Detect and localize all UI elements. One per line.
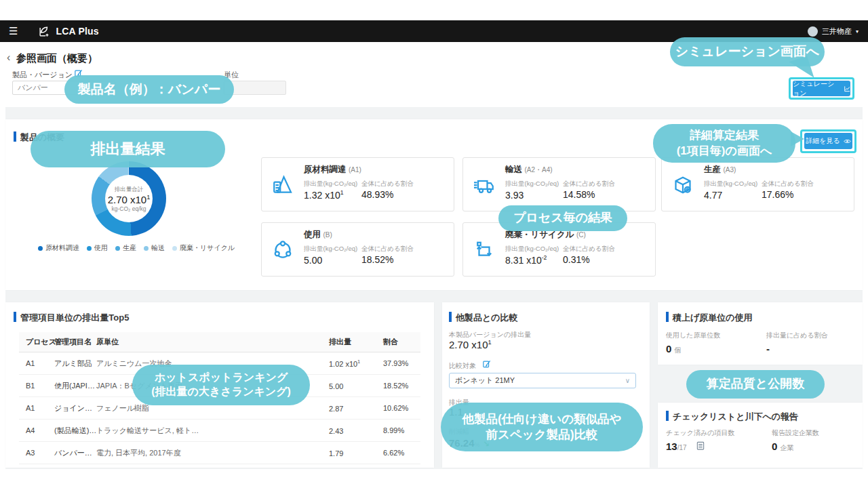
process-card-values: 5.0018.52%: [304, 254, 393, 266]
unit-share-value: -: [766, 343, 770, 354]
donut-center-unit: kg-CO₂ eq/kg: [111, 205, 146, 212]
edit-target-icon[interactable]: [483, 360, 491, 368]
legend-dot: [87, 246, 92, 251]
legend-label: 原材料調達: [45, 243, 79, 253]
section-bar: [14, 312, 16, 322]
process-card-production: 生産 (A3) 排出量(kg-CO₂/eq)全体に占める割合 4.7717.66…: [661, 157, 854, 211]
process-card-labels: 排出量(kg-CO₂/eq)全体に占める割合: [304, 245, 414, 253]
annotation-comparison: 他製品(仕向け違いの類似品や 前スペック製品)比較: [441, 403, 643, 451]
donut-center-label: 排出量合計: [115, 186, 144, 194]
process-card-title: 生産 (A3): [704, 164, 736, 176]
col-process: プロセス: [19, 337, 54, 347]
hamburger-menu-icon[interactable]: ☰: [9, 25, 18, 37]
report-companies-label: 報告設定企業数: [772, 428, 819, 438]
comparison-target-label: 比較対象: [449, 361, 476, 371]
legend-label: 生産: [123, 243, 136, 253]
legend-item[interactable]: 原材料調達: [38, 243, 79, 253]
comparison-section-title: 他製品との比較: [456, 312, 518, 324]
table-row[interactable]: A3バンパー…電力, 日本平均, 2017年度1.796.62%: [19, 442, 420, 464]
user-menu[interactable]: 三井物産 ▾: [808, 26, 859, 37]
legend-label: 使用: [94, 243, 108, 253]
process-card-labels: 排出量(kg-CO₂/eq)全体に占める割合: [505, 180, 615, 188]
leaf-plus-logo-icon: [38, 25, 51, 38]
unit-share-label: 排出量に占める割合: [766, 331, 828, 340]
process-card-values: 8.31 x10-20.31%: [505, 254, 590, 266]
page-title: 参照画面（概要）: [16, 52, 98, 65]
process-card-title: 使用 (B): [304, 229, 332, 241]
col-emission: 排出量: [329, 337, 383, 347]
col-share: 割合: [383, 337, 420, 347]
section-bar: [449, 312, 452, 322]
checked-items-label: チェック済みの項目数: [666, 428, 734, 438]
process-card-use: 使用 (B) 排出量(kg-CO₂/eq)全体に占める割合 5.0018.52%: [261, 222, 454, 277]
report-companies-value: 0 企業: [772, 441, 794, 453]
legend-item[interactable]: 使用: [87, 243, 108, 253]
emission-donut: 排出量合計 2.70 x101 kg-CO₂ eq/kg: [92, 161, 166, 236]
annotation-hotspot: ホットスポットランキング (排出量の大きさランキング): [132, 365, 310, 405]
unit-count-label: 使用した原単位数: [666, 331, 720, 340]
comparison-target-value: ボンネット 21MY: [455, 375, 515, 386]
checklist-section-title: チェックリストと川下への報告: [673, 411, 798, 423]
annotation-quality: 算定品質と公開数: [686, 370, 825, 399]
unit-count-value: 0 個: [666, 343, 682, 355]
comparison-target-select[interactable]: ボンネット 21MY ∨: [449, 373, 636, 388]
unit-usage-section-title: 積上げ原単位の使用: [673, 312, 753, 324]
donut-center-value: 2.70 x101: [108, 194, 151, 205]
process-card-transport: 輸送 (A2・A4) 排出量(kg-CO₂/eq)全体に占める割合 3.9314…: [462, 157, 656, 211]
legend-dot: [144, 246, 149, 251]
section-bar: [666, 312, 669, 322]
process-card-labels: 排出量(kg-CO₂/eq)全体に占める割合: [704, 180, 814, 188]
details-button-label: 詳細を見る: [806, 136, 840, 146]
user-avatar: [808, 26, 818, 37]
caret-down-icon: ▾: [856, 28, 859, 35]
process-card-labels: 排出量(kg-CO₂/eq)全体に占める割合: [304, 180, 414, 188]
production-icon: [671, 173, 695, 197]
section-bar: [666, 411, 669, 421]
simulation-button[interactable]: シミュレーション: [793, 81, 850, 96]
process-card-labels: 排出量(kg-CO₂/eq)全体に占める割合: [505, 245, 615, 253]
product-version-label: 製品・バージョン: [12, 70, 73, 80]
process-card-title: 原材料調達 (A1): [304, 164, 361, 176]
process-card-raw-materials: 原材料調達 (A1) 排出量(kg-CO₂/eq)全体に占める割合 1.32 x…: [261, 157, 454, 211]
back-chevron-icon[interactable]: ‹: [7, 52, 10, 64]
legend-label: 廃棄・リサイクル: [180, 243, 235, 253]
process-card-values: 1.32 x10148.93%: [304, 189, 393, 201]
user-name: 三井物産: [822, 26, 852, 37]
annotation-simulation: シミュレーション画面へ: [670, 37, 825, 66]
use-icon: [271, 238, 295, 262]
legend-item[interactable]: 廃棄・リサイクル: [172, 243, 235, 253]
annotation-product-name: 製品名（例）：バンパー: [64, 75, 234, 104]
donut-legend: 原材料調達 使用 生産 輸送 廃棄・リサイクル: [38, 243, 235, 253]
col-unit: 原単位: [96, 337, 329, 347]
checklist-icon[interactable]: [696, 441, 705, 450]
legend-item[interactable]: 輸送: [144, 243, 165, 253]
table-row[interactable]: A4(製品輸送)…トラック輸送サービス, 軽ト…2.438.99%: [19, 420, 420, 442]
process-card-values: 4.7717.66%: [704, 189, 793, 201]
col-item-name: 管理項目名: [54, 337, 96, 347]
top5-section-title: 管理項目単位の排出量Top5: [20, 312, 129, 324]
own-emission-label: 本製品バージョンの排出量: [449, 330, 531, 340]
recycle-icon: [472, 238, 496, 262]
annotation-detail-result: 詳細算定結果 (1項目毎)の画面へ: [653, 124, 795, 163]
process-card-values: 3.9314.58%: [505, 189, 595, 201]
process-card-title: 輸送 (A2・A4): [505, 164, 553, 176]
truck-icon: [472, 173, 496, 197]
own-emission-value: 2.70 x101: [449, 339, 492, 350]
legend-dot: [38, 246, 43, 251]
donut-center: 排出量合計 2.70 x101 kg-CO₂ eq/kg: [105, 175, 153, 222]
chevron-down-icon: ∨: [625, 377, 630, 384]
legend-label: 輸送: [151, 243, 165, 253]
eye-icon: [844, 138, 851, 144]
annotation-emission-result: 排出量結果: [31, 131, 225, 167]
legend-dot: [172, 246, 177, 251]
app-logo: LCA Plus: [38, 25, 98, 38]
screen: ☰ LCA Plus 三井物産 ▾ ‹ 参照画面（概要） 製品・バージョン 単位…: [0, 0, 868, 488]
legend-item[interactable]: 生産: [115, 243, 136, 253]
table-header-row: プロセス 管理項目名 原単位 排出量 割合: [19, 332, 420, 352]
materials-icon: [271, 173, 295, 197]
annotation-process-result: プロセス毎の結果: [498, 205, 627, 231]
section-bar: [14, 131, 16, 142]
details-button[interactable]: 詳細を見る: [804, 133, 852, 149]
checked-items-value: 13/17: [666, 441, 687, 452]
trend-chart-icon: [844, 85, 850, 92]
